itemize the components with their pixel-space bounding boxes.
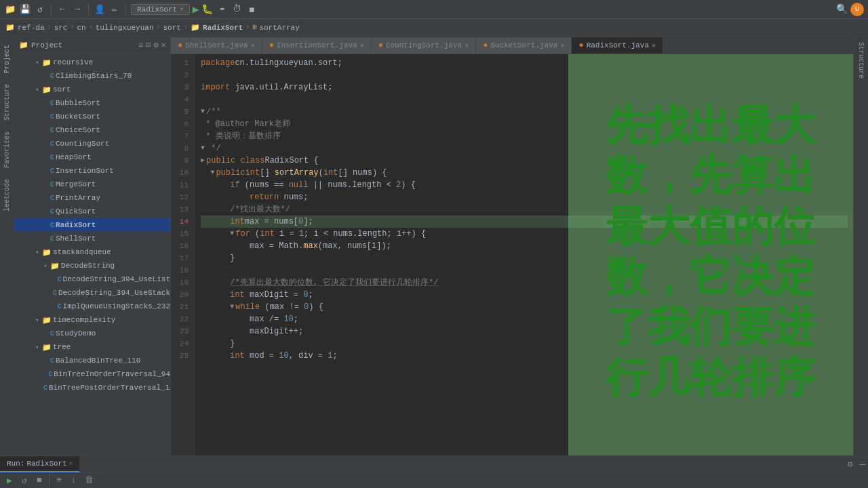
tree-folder-recursive[interactable]: ▾ 📁 recursive [15,56,170,69]
java-icon-decodelist: C [58,276,62,283]
person-icon[interactable]: 👤 [94,3,106,16]
path-sortarray[interactable]: sortArray [259,24,299,32]
search-icon[interactable]: 🔍 [836,3,848,15]
tab-close-bucketsort[interactable]: ✕ [560,41,564,49]
favorites-tab[interactable]: Favorites [2,126,12,174]
tree-item-insertionsort[interactable]: C InsertionSort [15,164,170,178]
java-icon-bubblesort: C [50,100,54,107]
save-icon[interactable]: 💾 [19,3,31,16]
tree-folder-sort[interactable]: ▾ 📁 sort [15,83,170,96]
tree-item-printarray[interactable]: C PrintArray [15,191,170,205]
fold-10[interactable]: ▼ [210,167,214,179]
run-tab-close[interactable]: ✕ [69,460,73,467]
tab-bucketsort[interactable]: ● BucketSort.java ✕ [476,37,572,54]
project-settings-icon[interactable]: ≡ [138,41,143,50]
tree-item-climbingstairs[interactable]: C ClimbingStairs_70 [15,69,170,83]
console-scroll-button[interactable]: ↓ [67,475,81,485]
label-printarray: PrintArray [56,194,100,202]
run-tab-radixsort[interactable]: Run: RadixSort ✕ [0,456,79,472]
tree-item-bubblesort[interactable]: C BubbleSort [15,96,170,110]
tree-folder-tree[interactable]: ▾ 📁 tree [15,340,170,354]
console-run-button[interactable]: ▶ [3,475,16,486]
line-num-25: 25 [171,350,193,362]
fold-15[interactable]: ▼ [230,228,234,240]
tree-item-shellsort[interactable]: C ShellSort [15,232,170,245]
path-tulingxueyuan[interactable]: tulingxueyuan [96,24,154,32]
project-tab[interactable]: Project [2,39,12,79]
fold-9[interactable]: ▶ [201,155,205,167]
stop-icon[interactable]: ◼ [245,3,258,16]
structure-tab[interactable]: Structure [2,79,12,126]
project-close-icon[interactable]: ✕ [161,40,166,50]
leetcode-tab[interactable]: leetcode [2,174,12,217]
run-minimize-button[interactable]: — [857,459,868,470]
tree-item-balancedbintree[interactable]: C BalancedBinTree_110 [15,354,170,367]
tree-item-decodestack[interactable]: C DecodeString_394_UseStack [15,286,170,300]
path-radixsort[interactable]: RadixSort [203,24,243,32]
tree-item-decodelist[interactable]: C DecodeString_394_UseList [15,272,170,286]
line-num-18: 18 [171,264,193,277]
label-insertionsort: InsertionSort [56,167,114,175]
label-implqueue: ImplQueueUsingStacks_232 [63,302,170,310]
tree-item-mergesort[interactable]: C MergeSort [15,178,170,191]
code-line-22: max /= 10; [201,313,848,325]
tree-folder-stackandqueue[interactable]: ▾ 📁 stackandqueue [15,245,170,259]
tab-close-insertionsort[interactable]: ✕ [360,41,364,49]
code-content[interactable]: package cn.tulingxueyuan.sort; import ja… [195,54,853,455]
back-icon[interactable]: ← [56,3,68,16]
profile-icon[interactable]: ⏱ [231,3,243,16]
bottom-panel: Run: RadixSort ✕ ⚙ — ▶ ↺ ■ ≡ ↓ 🗑 "C:\Pro… [0,455,868,488]
fold-21[interactable]: ▼ [230,301,234,313]
tab-shellsort[interactable]: ● ShellSort.java ✕ [171,37,262,54]
avatar[interactable]: U [850,3,864,16]
path-ref-da[interactable]: ref-da [18,24,45,32]
right-tab-structure[interactable]: Structure [856,37,866,84]
run-config[interactable]: RadixSort ▾ [131,4,190,15]
project-collapse-icon[interactable]: ⊟ [146,40,151,50]
run-config-label: RadixSort [137,5,177,14]
path-cn[interactable]: cn [77,24,85,32]
tree-folder-timecomplexity[interactable]: ▾ 📁 timecomplexity [15,313,170,327]
tab-radixsort[interactable]: ● RadixSort.java ✕ [572,37,663,54]
fold-8[interactable]: ▼ [201,142,205,155]
tab-close-shellsort[interactable]: ✕ [251,41,255,49]
tree-item-radixsort[interactable]: C RadixSort [15,218,170,232]
console-stop-button[interactable]: ■ [33,475,46,485]
path-src[interactable]: src [54,24,68,32]
refresh-icon[interactable]: ↺ [34,3,46,16]
tab-close-countingsort[interactable]: ✕ [465,41,469,49]
console-rerun-button[interactable]: ↺ [18,475,31,486]
tree-item-bintreepostorder[interactable]: C BinTreePostOrderTraversal_145 [15,381,170,394]
pencil-icon[interactable]: ✏ [108,3,121,16]
tree-item-bucketsort[interactable]: C BucketSort [15,110,170,123]
tab-insertionsort[interactable]: ● InsertionSort.java ✕ [262,37,372,54]
tree-item-bintreeinorder[interactable]: C BinTreeInOrderTraversal_94 [15,367,170,381]
tree-item-studydemo[interactable]: C StudyDemo [15,327,170,340]
tree-item-heapsort[interactable]: C HeapSort [15,150,170,164]
tree-item-quicksort[interactable]: C QuickSort [15,205,170,218]
tree-folder-decodestring[interactable]: ▾ 📁 DecodeString [15,259,170,272]
label-bintreepostorder: BinTreePostOrderTraversal_145 [49,384,170,392]
run-gear-button[interactable]: ⚙ [844,459,857,470]
debug-button[interactable]: 🐛 [201,3,213,15]
folder-icon[interactable]: 📁 [4,3,16,16]
label-studydemo: StudyDemo [56,329,96,338]
label-choicesort: ChoiceSort [56,126,100,134]
label-bucketsort: BucketSort [56,113,100,121]
folder-icon-decodestring: 📁 [50,262,60,270]
tree-item-choicesort[interactable]: C ChoiceSort [15,123,170,137]
project-gear-icon[interactable]: ⚙ [154,40,159,50]
run-button[interactable]: ▶ [193,3,199,16]
tab-close-radixsort[interactable]: ✕ [652,41,656,49]
tab-countingsort[interactable]: ● CountingSort.java ✕ [372,37,476,54]
side-tabs: Project Structure Favorites leetcode [0,37,15,455]
forward-icon[interactable]: → [71,3,83,16]
tree-item-implqueue[interactable]: C ImplQueueUsingStacks_232 [15,300,170,313]
fold-5[interactable]: ▼ [201,106,205,118]
console-filter-button[interactable]: ≡ [52,475,66,485]
code-line-25: int mod = 10, div = 1; [201,350,848,362]
console-clear-button[interactable]: 🗑 [82,475,96,485]
tree-item-countingsort[interactable]: C CountingSort [15,137,170,150]
coverage-icon[interactable]: ☂ [216,3,228,16]
path-sort[interactable]: sort [163,24,181,32]
